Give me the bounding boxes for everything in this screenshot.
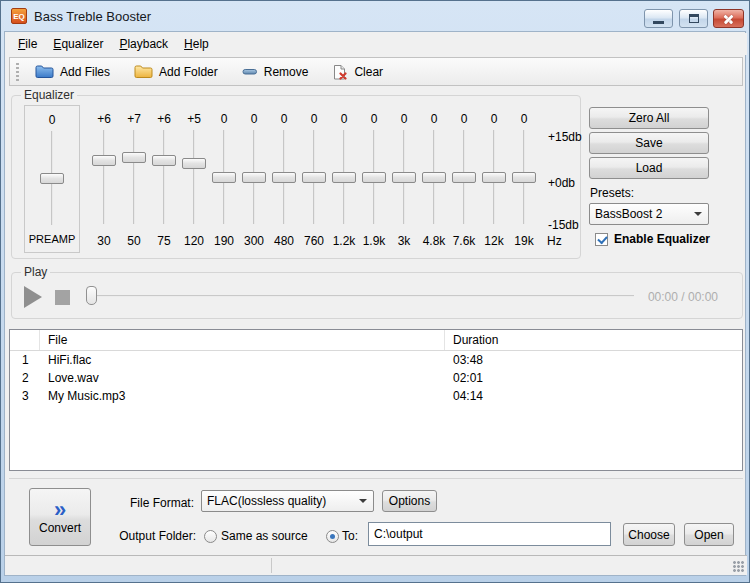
eq-band-75: +675 bbox=[149, 112, 179, 248]
eq-band-gain-label: +7 bbox=[119, 112, 149, 126]
eq-band-50: +750 bbox=[119, 112, 149, 248]
time-display: 00:00 / 00:00 bbox=[648, 290, 718, 304]
enable-equalizer-checkbox[interactable] bbox=[595, 233, 608, 246]
slider-thumb[interactable] bbox=[272, 172, 296, 183]
eq-band-freq-label: 12k bbox=[479, 234, 509, 248]
file-row-2[interactable]: 2Love.wav02:01 bbox=[10, 369, 742, 387]
to-label: To: bbox=[342, 529, 358, 543]
column-header-duration[interactable]: Duration bbox=[445, 330, 742, 350]
eq-band-slider[interactable] bbox=[239, 130, 269, 224]
file-format-dropdown[interactable]: FLAC(lossless quality) bbox=[201, 490, 374, 512]
eq-band-gain-label: +6 bbox=[89, 112, 119, 126]
slider-thumb[interactable] bbox=[302, 172, 326, 183]
chevron-down-icon bbox=[694, 212, 702, 216]
eq-band-4.8k: 04.8k bbox=[419, 112, 449, 248]
load-button[interactable]: Load bbox=[589, 157, 709, 179]
column-header-number[interactable] bbox=[10, 330, 40, 350]
convert-button[interactable]: » Convert bbox=[29, 488, 91, 546]
maximize-button[interactable] bbox=[679, 9, 708, 28]
eq-band-slider[interactable] bbox=[389, 130, 419, 224]
presets-dropdown[interactable]: BassBoost 2 bbox=[589, 203, 709, 225]
menu-item-help[interactable]: Help bbox=[176, 34, 217, 54]
slider-thumb[interactable] bbox=[182, 158, 206, 169]
app-icon: EQ bbox=[11, 8, 27, 24]
eq-band-slider[interactable] bbox=[329, 130, 359, 224]
play-button[interactable] bbox=[24, 286, 46, 308]
eq-band-gain-label: 0 bbox=[299, 112, 329, 126]
slider-thumb[interactable] bbox=[392, 172, 416, 183]
slider-thumb[interactable] bbox=[332, 172, 356, 183]
eq-band-slider[interactable] bbox=[449, 130, 479, 224]
resize-grip-icon[interactable] bbox=[733, 561, 744, 572]
eq-band-freq-label: 75 bbox=[149, 234, 179, 248]
eq-band-freq-label: 300 bbox=[239, 234, 269, 248]
eq-band-slider[interactable] bbox=[479, 130, 509, 224]
toolbar-gripper[interactable] bbox=[16, 62, 20, 82]
output-path-input[interactable] bbox=[368, 522, 611, 546]
stop-button[interactable] bbox=[55, 290, 70, 305]
file-row-1[interactable]: 1HiFi.flac03:48 bbox=[10, 351, 742, 369]
eq-band-7.6k: 07.6k bbox=[449, 112, 479, 248]
seek-thumb[interactable] bbox=[86, 286, 97, 305]
eq-band-gain-label: 0 bbox=[209, 112, 239, 126]
eq-band-slider[interactable] bbox=[149, 130, 179, 224]
clear-file-icon bbox=[332, 64, 348, 80]
options-button[interactable]: Options bbox=[382, 490, 437, 512]
slider-thumb[interactable] bbox=[122, 152, 146, 163]
play-group: Play 00:00 / 00:00 bbox=[11, 272, 743, 319]
open-button[interactable]: Open bbox=[684, 523, 734, 546]
eq-band-slider[interactable] bbox=[89, 130, 119, 224]
preamp-slider-thumb[interactable] bbox=[40, 173, 64, 184]
file-format-label: File Format: bbox=[101, 496, 194, 510]
add-files-button[interactable]: Add Files bbox=[28, 61, 117, 82]
eq-band-slider[interactable] bbox=[209, 130, 239, 224]
minimize-button[interactable] bbox=[644, 9, 673, 28]
close-button[interactable] bbox=[713, 9, 744, 28]
menu-item-equalizer[interactable]: Equalizer bbox=[45, 34, 111, 54]
eq-band-freq-label: 19k bbox=[509, 234, 539, 248]
file-row-number: 2 bbox=[10, 371, 40, 385]
zero-all-button[interactable]: Zero All bbox=[589, 107, 709, 129]
slider-thumb[interactable] bbox=[452, 172, 476, 183]
slider-thumb[interactable] bbox=[242, 172, 266, 183]
save-button[interactable]: Save bbox=[589, 132, 709, 154]
window-title: Bass Treble Booster bbox=[34, 9, 151, 24]
slider-thumb[interactable] bbox=[92, 155, 116, 166]
eq-band-freq-label: 4.8k bbox=[419, 234, 449, 248]
seek-slider[interactable] bbox=[86, 283, 634, 309]
radio-to[interactable] bbox=[326, 530, 339, 543]
add-folder-button[interactable]: Add Folder bbox=[127, 61, 225, 82]
chevron-down-icon bbox=[359, 499, 367, 503]
menu-item-file[interactable]: File bbox=[10, 34, 45, 54]
eq-band-slider[interactable] bbox=[119, 130, 149, 224]
minimize-icon bbox=[653, 21, 664, 24]
eq-band-480: 0480 bbox=[269, 112, 299, 248]
eq-band-gain-label: +6 bbox=[149, 112, 179, 126]
choose-button[interactable]: Choose bbox=[623, 523, 675, 546]
slider-thumb[interactable] bbox=[512, 172, 536, 183]
file-list: File Duration 1HiFi.flac03:482Love.wav02… bbox=[9, 329, 743, 471]
eq-band-slider[interactable] bbox=[419, 130, 449, 224]
remove-button[interactable]: Remove bbox=[235, 61, 316, 82]
slider-thumb[interactable] bbox=[422, 172, 446, 183]
clear-button[interactable]: Clear bbox=[325, 61, 390, 83]
eq-band-slider[interactable] bbox=[299, 130, 329, 224]
title-bar[interactable]: EQ Bass Treble Booster bbox=[1, 1, 749, 31]
slider-thumb[interactable] bbox=[482, 172, 506, 183]
same-as-source-label: Same as source bbox=[221, 529, 308, 543]
menu-item-playback[interactable]: Playback bbox=[111, 34, 176, 54]
eq-band-slider[interactable] bbox=[179, 130, 209, 224]
eq-band-slider[interactable] bbox=[359, 130, 389, 224]
radio-same-as-source[interactable] bbox=[204, 530, 217, 543]
slider-track bbox=[163, 130, 165, 224]
eq-band-slider[interactable] bbox=[269, 130, 299, 224]
equalizer-group-label: Equalizer bbox=[21, 88, 77, 102]
slider-thumb[interactable] bbox=[362, 172, 386, 183]
slider-thumb[interactable] bbox=[212, 172, 236, 183]
preamp-slider[interactable] bbox=[25, 131, 79, 225]
file-list-body: 1HiFi.flac03:482Love.wav02:013My Music.m… bbox=[10, 351, 742, 405]
column-header-file[interactable]: File bbox=[40, 330, 445, 350]
eq-band-slider[interactable] bbox=[509, 130, 539, 224]
slider-thumb[interactable] bbox=[152, 155, 176, 166]
file-row-3[interactable]: 3My Music.mp304:14 bbox=[10, 387, 742, 405]
